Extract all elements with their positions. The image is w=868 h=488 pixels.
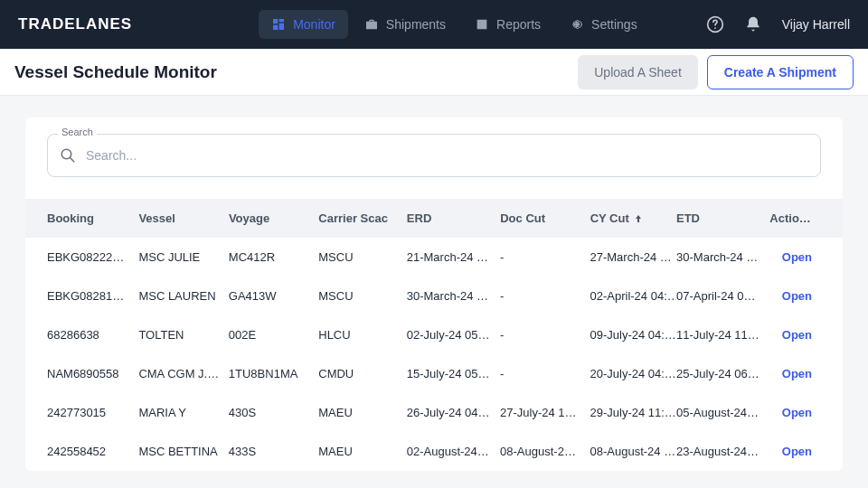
cell-doccut: - [500,328,590,342]
open-link[interactable]: Open [782,367,812,380]
cell-erd: 02-July-24 05:… [407,328,500,342]
cell-actions: Open [769,250,821,264]
cell-carrier: MSCU [318,250,406,264]
search-icon [60,147,76,164]
cell-doccut: - [500,289,590,303]
cell-etd: 30-March-24 … [676,250,769,264]
nav-reports[interactable]: Reports [462,10,553,39]
cell-carrier: CMDU [318,367,406,380]
username[interactable]: Vijay Harrell [782,17,850,32]
cell-etd: 07-April-24 06:… [676,289,769,303]
subheader: Vessel Schedule Monitor Upload A Sheet C… [0,49,868,96]
cell-carrier: HLCU [318,328,406,342]
cell-vessel: MSC LAUREN [138,289,228,303]
cell-erd: 21-March-24 … [407,250,500,264]
cell-vessel: MSC BETTINA [138,445,228,458]
header-etd[interactable]: ETD [676,211,769,225]
cell-actions: Open [769,406,821,419]
dashboard-icon [271,17,286,32]
cell-booking: EBKG08222789 [47,250,138,264]
cell-booking: EBKG08281619 [47,289,138,303]
cell-carrier: MAEU [318,406,406,419]
open-link[interactable]: Open [782,328,812,342]
card: Search Booking Vessel Voyage Carrier Sca… [25,117,843,471]
cell-etd: 23-August-24 … [676,445,769,458]
cell-cycut: 29-July-24 11:… [590,406,676,419]
cell-booking: NAM6890558 [47,367,138,380]
open-link[interactable]: Open [782,406,812,419]
cell-doccut: 27-July-24 12:… [500,406,590,419]
table-row: EBKG08222789MSC JULIEMC412RMSCU21-March-… [25,238,843,277]
header-carrier[interactable]: Carrier Scac [318,211,407,225]
bell-icon[interactable] [744,15,762,33]
open-link[interactable]: Open [782,250,812,264]
nav-monitor-label: Monitor [293,17,335,32]
cell-vessel: MSC JULIE [138,250,228,264]
cell-etd: 25-July-24 06:… [676,367,769,380]
table-row: EBKG08281619MSC LAURENGA413WMSCU30-March… [25,277,843,315]
nav-shipments[interactable]: Shipments [352,10,458,39]
brand-logo: TRADELANES [18,15,132,33]
main-nav: Monitor Shipments Reports Settings [259,10,649,39]
cell-erd: 26-July-24 04:… [407,406,500,419]
table-row: 242773015MARIA Y430SMAEU26-July-24 04:…2… [25,393,843,432]
cell-etd: 11-July-24 11:… [676,328,769,342]
cell-cycut: 27-March-24 … [590,250,676,264]
cell-erd: 02-August-24 … [407,445,500,458]
page-title: Vessel Schedule Monitor [14,62,217,82]
nav-settings-label: Settings [591,17,637,32]
header-cycut[interactable]: CY Cut [590,211,676,225]
create-shipment-button[interactable]: Create A Shipment [707,55,854,89]
sort-asc-icon [633,213,644,224]
content: Search Booking Vessel Voyage Carrier Sca… [0,96,868,488]
cell-actions: Open [769,367,821,380]
subheader-actions: Upload A Sheet Create A Shipment [578,55,854,89]
cell-booking: 242773015 [47,406,138,419]
search-label: Search [58,127,97,137]
open-link[interactable]: Open [782,445,812,458]
cell-cycut: 20-July-24 04:… [590,367,676,380]
cell-actions: Open [769,445,821,458]
gear-icon [570,17,584,32]
cell-booking: 242558452 [47,445,138,458]
cell-actions: Open [769,289,821,303]
search-input[interactable] [47,134,821,177]
header-erd[interactable]: ERD [407,211,500,225]
nav-shipments-label: Shipments [386,17,446,32]
topbar: TRADELANES Monitor Shipments Reports Set… [0,0,868,49]
upload-sheet-button[interactable]: Upload A Sheet [578,55,698,89]
cell-erd: 15-July-24 05:… [407,367,500,380]
cell-voyage: 430S [229,406,318,419]
header-voyage[interactable]: Voyage [229,211,318,225]
header-actions: Actions [769,211,821,225]
svg-point-0 [575,23,579,26]
nav-settings[interactable]: Settings [557,10,650,39]
cell-carrier: MAEU [318,445,406,458]
cell-voyage: 002E [229,328,318,342]
header-cycut-label: CY Cut [590,211,629,225]
cell-cycut: 02-April-24 04:… [590,289,676,303]
cell-vessel: CMA CGM J. … [138,367,228,380]
cell-voyage: MC412R [229,250,318,264]
nav-monitor[interactable]: Monitor [259,10,348,39]
cell-vessel: TOLTEN [138,328,228,342]
nav-reports-label: Reports [496,17,541,32]
cell-doccut: - [500,367,590,380]
header-vessel[interactable]: Vessel [138,211,228,225]
briefcase-icon [364,17,379,32]
cell-voyage: 433S [229,445,318,458]
cell-vessel: MARIA Y [138,406,228,419]
cell-etd: 05-August-24 … [676,406,769,419]
header-booking[interactable]: Booking [47,211,138,225]
topbar-right: Vijay Harrell [706,15,850,33]
cell-cycut: 08-August-24 … [590,445,676,458]
header-doccut[interactable]: Doc Cut [500,211,590,225]
open-link[interactable]: Open [782,289,812,303]
search-field: Search [47,134,821,177]
help-icon[interactable] [706,15,724,33]
cell-doccut: 08-August-24 … [500,445,590,458]
cell-booking: 68286638 [47,328,138,342]
cell-actions: Open [769,328,821,342]
table-body: EBKG08222789MSC JULIEMC412RMSCU21-March-… [25,238,843,471]
cell-voyage: 1TU8BN1MA [229,367,318,380]
